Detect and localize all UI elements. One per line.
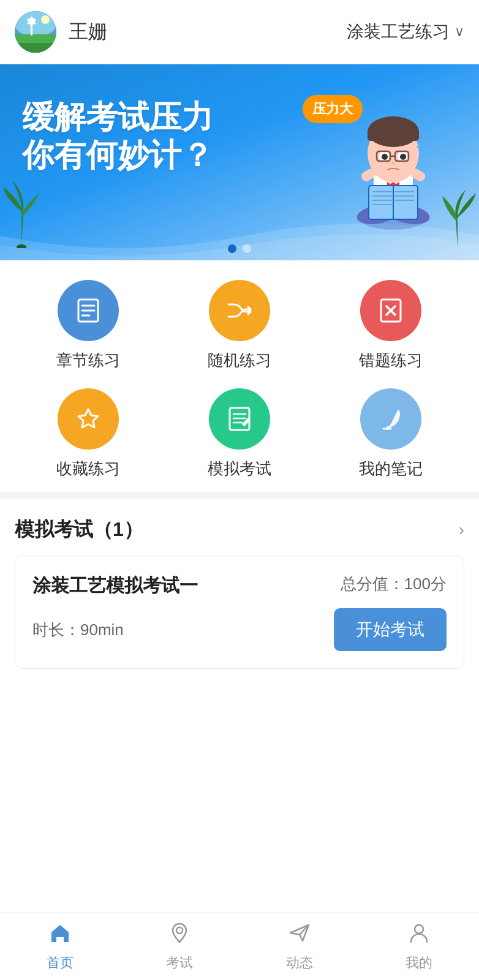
svg-point-8 (41, 15, 50, 24)
svg-point-57 (415, 925, 423, 933)
header-title-area: 涂装工艺练习 ∨ (347, 20, 464, 43)
nav-item-home[interactable]: 首页 (0, 913, 120, 980)
mock-exam-label: 模拟考试 (208, 458, 271, 480)
my-notes-icon (360, 388, 421, 450)
header: 王姗 涂装工艺练习 ∨ (0, 0, 479, 64)
exam-score: 总分值：100分 (341, 573, 447, 595)
mock-exam-section: 模拟考试（1） › 涂装工艺模拟考试一 总分值：100分 时长：90min 开始… (0, 499, 479, 684)
my-notes-item[interactable]: 我的笔记 (315, 388, 467, 480)
svg-point-37 (400, 154, 406, 160)
favorites-practice-icon (58, 388, 119, 450)
chevron-down-icon[interactable]: ∨ (454, 24, 464, 40)
section-divider (0, 492, 479, 499)
avatar[interactable] (15, 11, 56, 53)
section-arrow[interactable]: › (459, 520, 464, 540)
banner: 缓解考试压力 你有何妙计？ 压力大 (0, 64, 479, 260)
favorites-practice-item[interactable]: 收藏练习 (12, 388, 164, 480)
wrong-practice-item[interactable]: 错题练习 (315, 280, 467, 371)
bottom-nav: 首页 考试 动态 我的 (0, 913, 479, 980)
banner-line1: 缓解考试压力 (22, 98, 213, 136)
nav-home-label: 首页 (47, 954, 74, 972)
svg-marker-48 (78, 409, 98, 428)
dot-2[interactable] (243, 244, 251, 253)
exam-card: 涂装工艺模拟考试一 总分值：100分 时长：90min 开始考试 (15, 556, 464, 669)
exam-nav-icon (168, 921, 191, 950)
nav-item-feed[interactable]: 动态 (240, 913, 360, 980)
dot-1[interactable] (228, 244, 236, 253)
chapter-practice-icon (58, 280, 119, 341)
svg-rect-9 (15, 43, 56, 53)
exam-duration-value: 90min (80, 620, 124, 639)
favorites-practice-label: 收藏练习 (56, 458, 120, 480)
chapter-practice-item[interactable]: 章节练习 (12, 280, 164, 371)
random-practice-icon (209, 280, 270, 341)
banner-dots (228, 244, 251, 253)
exam-card-footer: 时长：90min 开始考试 (32, 608, 447, 651)
mock-exam-item[interactable]: 模拟考试 (164, 388, 315, 480)
start-exam-button[interactable]: 开始考试 (334, 608, 447, 651)
exam-title: 涂装工艺模拟考试一 (32, 573, 198, 598)
exam-score-value: 100分 (404, 575, 447, 593)
exam-score-label: 总分值： (341, 575, 404, 593)
chapter-practice-label: 章节练习 (56, 350, 120, 371)
function-grid: 章节练习 随机练习 (0, 260, 479, 492)
nav-feed-label: 动态 (286, 954, 313, 972)
random-practice-item[interactable]: 随机练习 (164, 280, 315, 371)
feed-nav-icon (288, 921, 311, 950)
svg-point-36 (382, 154, 388, 160)
header-course-title: 涂装工艺练习 (347, 20, 450, 43)
svg-point-10 (17, 244, 26, 248)
banner-character (326, 95, 461, 242)
svg-rect-33 (368, 129, 419, 141)
exam-duration-label: 时长： (32, 620, 80, 639)
wrong-practice-label: 错题练习 (359, 350, 423, 371)
my-notes-label: 我的笔记 (359, 458, 423, 480)
main-content: 章节练习 随机练习 (0, 260, 479, 980)
svg-point-55 (176, 927, 183, 933)
user-name: 王姗 (69, 18, 108, 45)
nav-item-exam[interactable]: 考试 (120, 913, 240, 980)
home-icon (48, 921, 72, 950)
content-spacer (0, 684, 479, 867)
exam-card-header: 涂装工艺模拟考试一 总分值：100分 (32, 573, 447, 598)
plant-left-decoration (0, 175, 43, 248)
banner-line2: 你有何妙计？ (22, 136, 213, 174)
nav-exam-label: 考试 (166, 954, 193, 972)
section-title: 模拟考试（1） (15, 516, 143, 543)
avatar-image (15, 11, 56, 53)
random-practice-label: 随机练习 (208, 350, 271, 371)
nav-mine-label: 我的 (405, 954, 432, 972)
banner-text-block: 缓解考试压力 你有何妙计？ (22, 98, 213, 175)
section-header: 模拟考试（1） › (15, 499, 464, 556)
mine-nav-icon (407, 921, 431, 950)
wrong-practice-icon (360, 280, 421, 341)
mock-exam-icon (209, 388, 270, 450)
exam-duration: 时长：90min (32, 619, 124, 641)
nav-item-mine[interactable]: 我的 (360, 913, 480, 980)
